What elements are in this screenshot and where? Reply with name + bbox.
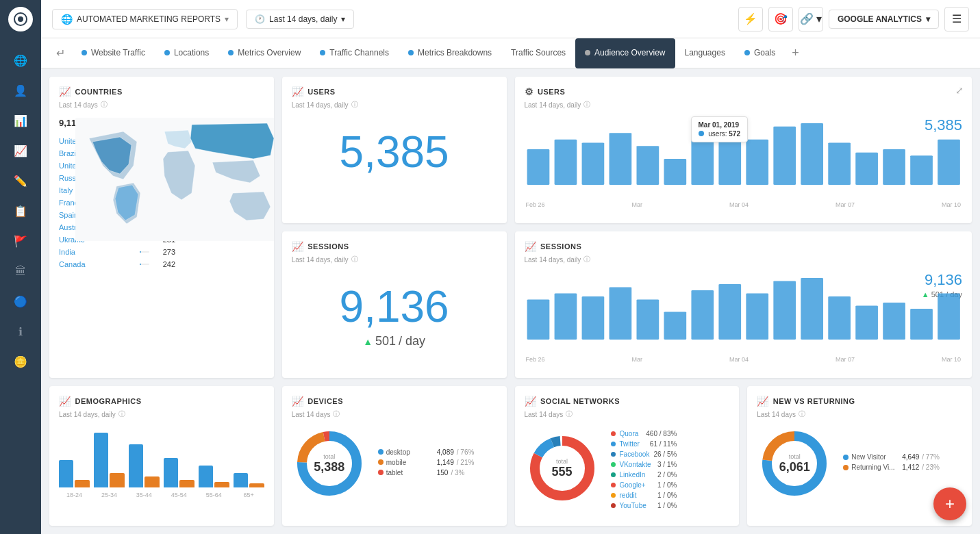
- users-number-card: 📈 USERS Last 14 days, daily ⓘ 5,385: [282, 77, 507, 223]
- svg-rect-8: [664, 159, 686, 185]
- demo-bar-group: [164, 458, 194, 487]
- sidebar-icon-coin[interactable]: 🪙: [8, 349, 33, 374]
- tab-goals-label: Goals: [754, 48, 775, 58]
- info-icon6: ⓘ: [118, 409, 125, 419]
- demo-bar-group: [94, 433, 125, 487]
- tab-metrics-overview[interactable]: Metrics Overview: [218, 38, 310, 68]
- social-name[interactable]: Google+: [620, 481, 653, 489]
- date-range-selector[interactable]: 🕐 Last 14 days, daily ▾: [246, 10, 354, 29]
- add-tab-btn[interactable]: +: [785, 46, 806, 60]
- social-name[interactable]: YouTube: [620, 502, 653, 509]
- tab-traffic-channels[interactable]: Traffic Channels: [310, 38, 399, 68]
- users-chart-card: ⚙ USERS Last 14 days, daily ⓘ ⤢ 5,385 Ma…: [515, 77, 972, 223]
- users-trending-icon: 📈: [292, 86, 304, 97]
- svg-rect-15: [855, 153, 878, 185]
- expand-icon[interactable]: ⤢: [955, 85, 964, 96]
- social-row: Google+ 1 / 0%: [611, 480, 677, 490]
- ga-selector[interactable]: GOOGLE ANALYTICS ▾: [829, 10, 939, 29]
- sidebar-icon-users[interactable]: 👤: [8, 78, 33, 103]
- sidebar-icon-info[interactable]: ℹ: [8, 319, 33, 344]
- svg-rect-33: [910, 309, 933, 340]
- social-subtitle: Last 14 days ⓘ: [525, 409, 730, 419]
- tab-metrics-breakdowns[interactable]: Metrics Breakdowns: [399, 38, 501, 68]
- sidebar-icon-list[interactable]: 📋: [8, 199, 33, 223]
- tab-goals[interactable]: Goals: [735, 38, 785, 68]
- svg-rect-7: [636, 146, 659, 185]
- sidebar-icon-person[interactable]: 🔵: [8, 289, 33, 314]
- sidebar-icon-building[interactable]: 🏛: [8, 259, 33, 283]
- demo-bar-orange: [249, 483, 264, 487]
- sidebar-icon-globe[interactable]: 🌐: [8, 48, 33, 73]
- social-name[interactable]: VKontakte: [620, 461, 653, 468]
- devices-icon: 📈: [292, 396, 304, 407]
- sidebar-icon-flag[interactable]: 🚩: [8, 229, 33, 253]
- target-btn[interactable]: 🎯: [768, 7, 793, 31]
- svg-rect-21: [581, 296, 604, 340]
- demo-bar-orange: [75, 480, 89, 487]
- social-list: Quora 460 / 83% Twitter 61 / 11% Faceboo…: [611, 429, 677, 511]
- newreturn-donut-wrap: total 6,061 New Visitor 4,649 / 77% Retu…: [757, 426, 962, 501]
- info-icon8: ⓘ: [566, 409, 573, 419]
- sessions-trending-icon: 📈: [292, 241, 304, 252]
- sidebar-icon-edit[interactable]: ✏️: [8, 168, 33, 193]
- tab-audience-overview[interactable]: Audience Overview: [575, 38, 675, 68]
- social-donut: total 555: [525, 431, 600, 506]
- tab-traffic-sources[interactable]: Traffic Sources: [501, 38, 575, 68]
- social-name[interactable]: Quora: [620, 430, 642, 437]
- demo-label: 55-64: [199, 492, 229, 498]
- demo-label: 65+: [234, 492, 264, 498]
- legend-label: Returning Vi...: [851, 463, 899, 471]
- arrow-up-icon: ▲: [363, 336, 373, 347]
- demo-icon: 📈: [59, 396, 71, 407]
- demo-bar-blue: [59, 460, 73, 487]
- legend-pct: / 76%: [457, 448, 475, 456]
- social-card: 📈 SOCIAL NETWORKS Last 14 days ⓘ total 5…: [515, 386, 740, 526]
- info-icon2: ⓘ: [351, 100, 358, 110]
- app-logo[interactable]: [8, 7, 33, 31]
- social-row: reddit 1 / 0%: [611, 490, 677, 500]
- sessions-chart-subtitle: Last 14 days, daily ⓘ: [525, 255, 963, 264]
- demo-bar-blue: [199, 466, 213, 487]
- svg-rect-9: [691, 136, 714, 185]
- fab-add-btn[interactable]: +: [933, 487, 966, 520]
- sidebar-icon-chart[interactable]: 📊: [8, 108, 33, 133]
- tab-traffic-channels-label: Traffic Channels: [329, 48, 389, 58]
- info-icon: ⓘ: [101, 100, 108, 110]
- social-icon: 📈: [525, 396, 537, 407]
- sidebar-icon-trend[interactable]: 📈: [8, 138, 33, 163]
- svg-rect-27: [746, 294, 768, 340]
- devices-legend: desktop 4,089 / 76% mobile 1,149 / 21% t…: [378, 448, 475, 479]
- social-name[interactable]: LinkedIn: [620, 471, 653, 479]
- svg-rect-20: [554, 294, 577, 340]
- tab-locations[interactable]: Locations: [155, 38, 218, 68]
- social-dot: [611, 452, 616, 457]
- lightning-btn[interactable]: ⚡: [738, 7, 763, 31]
- legend-pct: / 21%: [457, 459, 475, 466]
- devices-legend-row: mobile 1,149 / 21%: [378, 459, 475, 466]
- svg-rect-17: [910, 155, 933, 185]
- social-donut-wrap: total 555 Quora 460 / 83% Twitter 61 / 1…: [525, 426, 730, 511]
- demographics-card: 📈 DEMOGRAPHICS Last 14 days, daily ⓘ 18-…: [49, 386, 274, 526]
- svg-rect-13: [801, 123, 823, 185]
- tab-languages[interactable]: Languages: [675, 38, 735, 68]
- newreturn-subtitle: Last 14 days ⓘ: [757, 409, 962, 419]
- report-selector[interactable]: 🌐 AUTOMATED MARKETING REPORTS ▾: [52, 9, 238, 29]
- social-dot: [611, 483, 616, 487]
- social-name[interactable]: Facebook: [620, 450, 650, 458]
- svg-rect-16: [883, 149, 905, 185]
- info-icon3: ⓘ: [583, 100, 590, 110]
- social-name[interactable]: Twitter: [620, 440, 646, 448]
- menu-btn[interactable]: ☰: [944, 7, 969, 31]
- svg-rect-34: [938, 294, 960, 340]
- newreturn-title: 📈 NEW VS RETURNING: [757, 396, 962, 407]
- social-name[interactable]: reddit: [620, 492, 653, 499]
- svg-rect-6: [609, 133, 631, 185]
- sessions-num-subtitle: Last 14 days, daily ⓘ: [292, 255, 497, 264]
- svg-rect-12: [773, 127, 796, 185]
- legend-pct: / 77%: [922, 453, 940, 461]
- share-btn[interactable]: 🔗 ▾: [799, 7, 823, 31]
- svg-rect-19: [527, 300, 549, 340]
- devices-donut-wrap: total 5,388 desktop 4,089 / 76% mobile 1…: [292, 426, 497, 501]
- tab-website-traffic[interactable]: Website Traffic: [72, 38, 155, 68]
- nav-back-btn[interactable]: ↵: [49, 47, 72, 60]
